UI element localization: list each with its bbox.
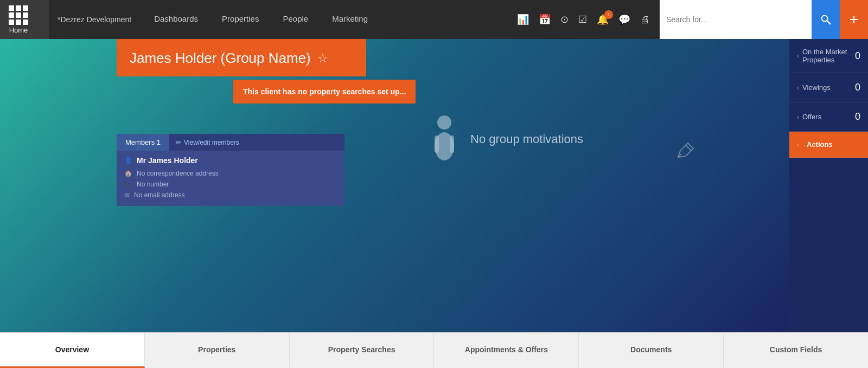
tab-custom-fields[interactable]: Custom Fields bbox=[724, 333, 868, 368]
member-email: No email address bbox=[134, 191, 184, 199]
tab-appointments-offers-label: Appointments & Offers bbox=[465, 345, 548, 354]
edit-motivations-button[interactable] bbox=[676, 142, 694, 163]
notification-icon[interactable]: 🔔 1 bbox=[597, 14, 609, 25]
actions-label: Actions bbox=[803, 140, 860, 149]
checkmark-icon[interactable]: ☑ bbox=[578, 14, 587, 25]
tab-overview[interactable]: Overview bbox=[0, 333, 145, 368]
actions-chevron-icon: ‹ bbox=[797, 141, 799, 149]
phone-icon: 📞 bbox=[124, 180, 132, 188]
search-input[interactable] bbox=[660, 0, 812, 39]
search-bar: + bbox=[660, 0, 868, 39]
logo-block[interactable]: Home bbox=[0, 0, 49, 39]
notification-badge: 1 bbox=[604, 10, 613, 19]
person-icon bbox=[428, 115, 461, 164]
app-name-text: *Dezrez Development bbox=[58, 15, 131, 24]
main-panel: James Holder (Group Name) ☆ This client … bbox=[0, 39, 789, 368]
on-market-count: 0 bbox=[855, 50, 860, 62]
tab-properties-label: Properties bbox=[198, 345, 235, 354]
svg-point-2 bbox=[437, 115, 451, 130]
motivations-area: No group motivations bbox=[428, 115, 583, 164]
edit-pencil-icon: ✏ bbox=[176, 139, 181, 146]
member-row: 👤 Mr James Holder 🏠 No correspondence ad… bbox=[117, 151, 344, 206]
member-address: No correspondence address bbox=[137, 170, 219, 177]
email-icon: ✉ bbox=[124, 191, 130, 199]
sidebar-offers[interactable]: ‹ Offers 0 bbox=[789, 102, 868, 132]
sidebar-actions[interactable]: ‹ Actions bbox=[789, 132, 868, 158]
sidebar-viewings[interactable]: ‹ Viewings 0 bbox=[789, 73, 868, 102]
grid-icon bbox=[9, 5, 28, 25]
tab-appointments-offers[interactable]: Appointments & Offers bbox=[434, 333, 579, 368]
client-name-text: James Holder (Group Name) bbox=[130, 50, 311, 67]
tab-custom-fields-label: Custom Fields bbox=[770, 345, 822, 354]
nav-dashboards[interactable]: Dashboards bbox=[142, 0, 210, 39]
svg-rect-5 bbox=[450, 135, 454, 153]
tab-documents-label: Documents bbox=[630, 345, 672, 354]
member-email-row: ✉ No email address bbox=[124, 191, 337, 199]
member-phone: No number bbox=[137, 180, 169, 188]
search-icon bbox=[820, 14, 831, 25]
svg-line-1 bbox=[827, 21, 830, 24]
sidebar-on-market[interactable]: ‹ On the Market Properties 0 bbox=[789, 39, 868, 73]
tab-property-searches-label: Property Searches bbox=[328, 345, 395, 354]
nav-marketing[interactable]: Marketing bbox=[320, 0, 380, 39]
bottom-tabs-bar: Overview Properties Property Searches Ap… bbox=[0, 332, 868, 368]
nav-icons-group: 📊 📅 ⊙ ☑ 🔔 1 💬 🖨 bbox=[507, 14, 660, 25]
client-name: James Holder (Group Name) ☆ bbox=[130, 50, 353, 67]
nav-people[interactable]: People bbox=[271, 0, 320, 39]
offers-label: Offers bbox=[799, 113, 855, 121]
tab-property-searches[interactable]: Property Searches bbox=[290, 333, 435, 368]
printer-icon[interactable]: 🖨 bbox=[640, 14, 650, 25]
offers-count: 0 bbox=[855, 111, 860, 122]
add-button[interactable]: + bbox=[840, 0, 868, 39]
search-button[interactable] bbox=[812, 0, 840, 39]
app-title: *Dezrez Development bbox=[58, 15, 131, 24]
member-person-icon: 👤 bbox=[124, 157, 132, 164]
nav-right: 📊 📅 ⊙ ☑ 🔔 1 💬 🖨 + bbox=[507, 0, 868, 39]
home-nav-label: Home bbox=[9, 26, 28, 34]
tab-overview-label: Overview bbox=[55, 345, 89, 354]
member-phone-row: 📞 No number bbox=[124, 180, 337, 188]
calendar-icon[interactable]: 📅 bbox=[539, 14, 551, 25]
no-motivations-text: No group motivations bbox=[470, 132, 583, 146]
settings-icon[interactable]: ⊙ bbox=[560, 14, 569, 25]
no-searches-text: This client has no property searches set… bbox=[243, 87, 406, 96]
view-edit-label: View/edit members bbox=[184, 139, 239, 146]
right-sidebar: ‹ On the Market Properties 0 ‹ Viewings … bbox=[789, 39, 868, 368]
edit-icon bbox=[676, 142, 694, 160]
view-edit-members-button[interactable]: ✏ View/edit members bbox=[169, 134, 246, 151]
nav-properties[interactable]: Properties bbox=[210, 0, 271, 39]
tab-documents[interactable]: Documents bbox=[579, 333, 724, 368]
chart-icon[interactable]: 📊 bbox=[517, 14, 529, 25]
members-tabs: Members 1 ✏ View/edit members bbox=[117, 134, 344, 151]
favorite-star-icon[interactable]: ☆ bbox=[317, 51, 328, 66]
client-header-card: James Holder (Group Name) ☆ bbox=[117, 39, 366, 76]
no-searches-banner: This client has no property searches set… bbox=[233, 80, 416, 104]
viewings-count: 0 bbox=[855, 82, 860, 93]
viewings-label: Viewings bbox=[799, 83, 855, 92]
members-tab-label: Members 1 bbox=[125, 138, 161, 146]
member-address-row: 🏠 No correspondence address bbox=[124, 170, 337, 177]
nav-links: Dashboards Properties People Marketing bbox=[142, 0, 380, 39]
members-card: Members 1 ✏ View/edit members 👤 Mr James… bbox=[117, 134, 344, 206]
chat-icon[interactable]: 💬 bbox=[618, 14, 630, 25]
members-tab[interactable]: Members 1 bbox=[117, 134, 169, 151]
tab-properties[interactable]: Properties bbox=[145, 333, 290, 368]
svg-rect-4 bbox=[435, 135, 439, 153]
on-market-label: On the Market Properties bbox=[799, 48, 855, 64]
member-name: Mr James Holder bbox=[137, 156, 198, 165]
top-navigation: Home *Dezrez Development Dashboards Prop… bbox=[0, 0, 868, 39]
address-icon: 🏠 bbox=[124, 170, 132, 177]
